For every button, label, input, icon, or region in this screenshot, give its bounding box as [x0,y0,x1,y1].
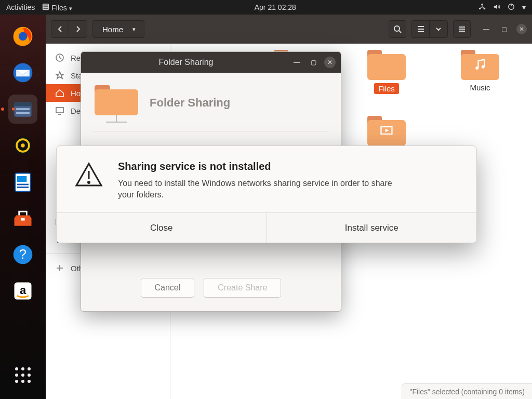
volume-icon[interactable] [493,3,500,12]
sharing-service-alert: Sharing service is not installed You nee… [56,145,477,243]
svg-point-19 [21,143,24,147]
warning-icon [74,161,103,200]
svg-point-48 [88,182,90,183]
svg-text:?: ? [19,247,26,261]
cancel-button[interactable]: Cancel [141,278,195,298]
folder-label: Files [374,83,399,94]
svg-point-46 [482,65,485,69]
system-menu-chevron-icon[interactable]: ▾ [522,3,526,11]
app-menu-files[interactable]: Files [42,3,72,12]
svg-point-32 [15,374,18,377]
nav-back-button[interactable] [51,21,69,37]
dock-app-thunderbird[interactable] [8,58,37,87]
dock-app-help[interactable]: ? [8,240,37,269]
dock-show-applications[interactable] [8,361,37,390]
svg-rect-3 [44,8,48,9]
svg-point-30 [21,367,24,370]
svg-point-38 [394,26,400,31]
folder-files[interactable]: Files [355,49,418,94]
desktop-icon [55,106,64,115]
view-switcher [411,20,448,38]
power-icon[interactable] [508,3,515,12]
svg-text:a: a [20,284,26,297]
nautilus-statusbar: "Files" selected (containing 0 items) [402,383,532,399]
window-minimize-button[interactable]: — [481,24,491,34]
folder-music[interactable]: Music [449,49,511,92]
hamburger-menu-button[interactable] [453,20,471,38]
nav-back-forward [51,20,87,38]
dialog-titlebar[interactable]: Folder Sharing — ▢ ✕ [81,52,341,73]
svg-point-37 [28,380,31,383]
window-close-button[interactable]: ✕ [516,24,527,34]
svg-point-34 [28,374,31,377]
alert-title: Sharing service is not installed [118,161,409,172]
svg-point-16 [12,108,15,111]
folder-label: Music [470,83,490,92]
svg-point-36 [21,380,24,383]
dialog-title: Folder Sharing [86,58,286,67]
dialog-close-button[interactable]: ✕ [324,57,336,68]
svg-rect-23 [17,187,29,188]
svg-rect-8 [511,3,511,6]
files-app-icon [42,3,49,10]
network-folder-icon [95,84,138,122]
video-icon [379,123,394,138]
alert-install-service-button[interactable]: Install service [267,213,477,243]
nautilus-headerbar: Home ▾ — ▢ ✕ [46,15,532,44]
svg-point-4 [481,3,483,5]
dialog-minimize-button[interactable]: — [291,57,302,68]
dock-app-amazon[interactable]: a [8,276,37,305]
dock-app-firefox[interactable] [8,22,37,51]
clock-icon [55,53,64,62]
gnome-top-panel: Activities Files Apr 21 02:28 ▾ [0,0,532,15]
star-icon [55,71,64,80]
music-icon [473,57,487,72]
alert-close-button[interactable]: Close [57,213,267,243]
create-share-button[interactable]: Create Share [204,278,281,298]
dock-app-files[interactable] [8,95,37,124]
svg-rect-20 [15,174,30,192]
svg-rect-15 [16,112,30,114]
svg-rect-21 [17,176,26,182]
svg-point-10 [19,32,28,41]
svg-rect-40 [56,108,63,113]
svg-rect-1 [44,4,48,5]
alert-message: You need to install the Windows networks… [118,178,409,200]
dock-app-ubuntu-software[interactable] [8,204,37,233]
path-bar[interactable]: Home ▾ [92,20,144,38]
svg-rect-14 [16,108,30,110]
path-chevron-icon: ▾ [132,26,136,33]
clock[interactable]: Apr 21 02:28 [255,3,296,11]
path-label: Home [102,25,123,34]
dock-app-libreoffice-writer[interactable] [8,167,37,196]
svg-point-45 [475,66,478,70]
nav-forward-button[interactable] [69,21,87,37]
window-maximize-button[interactable]: ▢ [499,24,509,34]
svg-rect-22 [17,184,29,185]
search-button[interactable] [389,20,406,38]
svg-rect-13 [15,102,32,106]
svg-point-31 [28,367,31,370]
svg-rect-24 [21,218,24,221]
ubuntu-dock: ? a [0,15,46,399]
activities-button[interactable]: Activities [6,3,35,11]
view-options-button[interactable] [430,21,447,37]
svg-point-29 [15,367,18,370]
dock-app-rhythmbox[interactable] [8,131,37,160]
network-icon[interactable] [478,3,486,12]
view-list-button[interactable] [412,21,430,37]
home-icon [55,88,64,98]
svg-point-33 [21,374,24,377]
svg-rect-2 [44,6,48,7]
plus-icon [55,263,64,273]
svg-point-35 [15,380,18,383]
dialog-maximize-button[interactable]: ▢ [308,57,319,68]
dialog-heading: Folder Sharing [150,96,327,110]
